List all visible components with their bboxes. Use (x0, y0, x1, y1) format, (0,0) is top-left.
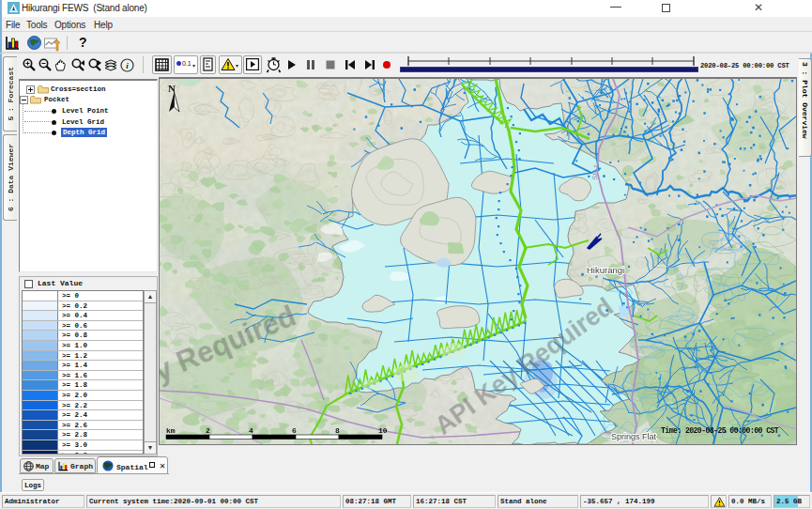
svg-text:Springs Flat: Springs Flat (611, 432, 657, 441)
svg-text:2: 2 (206, 426, 210, 435)
svg-text:i: i (126, 61, 129, 70)
svg-text:km: km (166, 426, 176, 435)
svg-text:8: 8 (335, 426, 340, 435)
svg-text:4: 4 (249, 426, 253, 435)
svg-text:10: 10 (378, 426, 388, 435)
svg-text:Time: 2020-08-25 00:00:00 CST: Time: 2020-08-25 00:00:00 CST (661, 426, 779, 435)
svg-text:6: 6 (292, 426, 297, 435)
svg-text:Hikurangi: Hikurangi (587, 265, 624, 275)
